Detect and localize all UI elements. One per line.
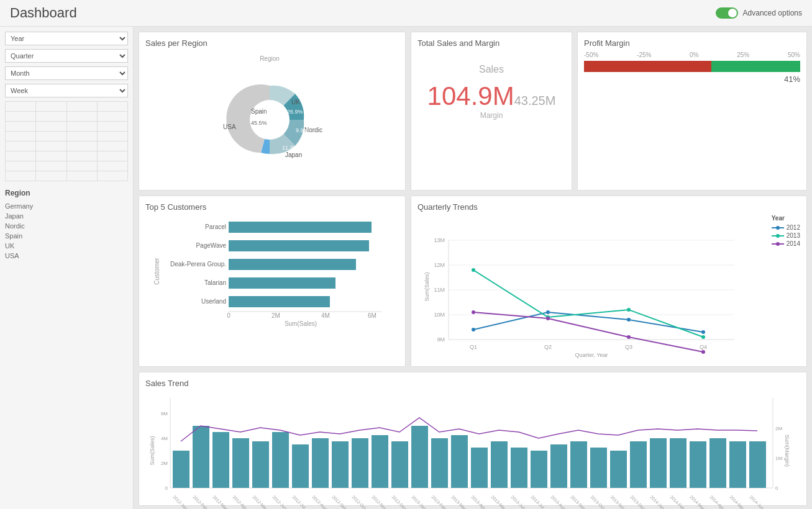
svg-rect-92 (471, 448, 488, 488)
region-item[interactable]: Germany (5, 201, 128, 211)
svg-rect-20 (229, 277, 335, 289)
svg-rect-16 (229, 240, 369, 251)
svg-text:9M: 9M (437, 336, 445, 343)
svg-rect-90 (431, 438, 448, 488)
total-sales-title: Total Sales and Margin (417, 38, 565, 48)
svg-text:Paracel: Paracel (205, 223, 226, 230)
svg-point-32 (776, 234, 780, 238)
profit-margin-card: Profit Margin -50% -25% 0% 25% 50% 41% (577, 32, 807, 191)
svg-text:2013-Sep: 2013-Sep (570, 495, 586, 509)
top5-customers-card: Top 5 Customers Customer Paracel PageWav… (139, 196, 406, 367)
region-item[interactable]: USA (5, 251, 128, 261)
top5-chart: Customer Paracel PageWave Deak-Perera Gr… (145, 215, 399, 329)
svg-text:26.9%: 26.9% (287, 109, 303, 115)
svg-text:2013-Jan: 2013-Jan (411, 495, 427, 509)
legend-2013: 2013 (772, 232, 800, 239)
svg-text:2012-Sep: 2012-Sep (331, 495, 348, 509)
margin-bar (584, 61, 800, 72)
trend-legend: Year 2012 2013 2014 (772, 215, 800, 248)
sales-trend-card: Sales Trend Sum(Sales) Sum(Margin) 0 2M … (139, 372, 807, 506)
svg-rect-80 (232, 438, 249, 488)
svg-point-54 (546, 310, 550, 314)
svg-rect-100 (630, 441, 647, 488)
svg-text:11M: 11M (434, 287, 445, 293)
svg-rect-88 (391, 441, 408, 488)
filter-group-quarter: Quarter (5, 49, 128, 63)
svg-text:2012-Aug: 2012-Aug (311, 495, 328, 509)
svg-text:2013-Oct: 2013-Oct (590, 495, 605, 509)
svg-rect-78 (193, 426, 209, 488)
svg-text:Q4: Q4 (700, 344, 707, 350)
svg-text:USA: USA (223, 124, 236, 130)
svg-point-59 (627, 308, 631, 312)
region-item[interactable]: Spain (5, 231, 128, 241)
svg-rect-77 (173, 451, 189, 488)
svg-text:2012-Oct: 2012-Oct (351, 495, 367, 509)
svg-text:2013-Dec: 2013-Dec (629, 495, 646, 509)
page-title: Dashboard (10, 5, 77, 21)
svg-point-64 (701, 350, 705, 354)
svg-text:9.9%: 9.9% (296, 127, 309, 133)
svg-point-62 (546, 317, 550, 320)
svg-point-60 (701, 335, 705, 339)
svg-text:2M: 2M (161, 461, 168, 466)
svg-rect-101 (650, 438, 667, 488)
svg-text:Quarter, Year: Quarter, Year (575, 352, 608, 358)
content-area: Sales per Region Region (134, 27, 812, 509)
advanced-options-toggle[interactable]: Advanced options (716, 7, 802, 19)
region-item[interactable]: Nordic (5, 221, 128, 231)
margin-bar-positive (711, 61, 800, 72)
week-select[interactable]: Week (5, 84, 128, 97)
month-select[interactable]: Month (5, 66, 128, 80)
sidebar: Year Quarter Month Week (0, 27, 134, 509)
margin-label: Margin (417, 111, 565, 120)
quarterly-trends-card: Quarterly Trends Year 2012 2013 2014 (411, 196, 807, 367)
app-header: Dashboard Advanced options (0, 0, 812, 27)
region-item[interactable]: Japan (5, 211, 128, 221)
svg-text:2013-Nov: 2013-Nov (609, 495, 626, 509)
toggle-switch[interactable] (716, 7, 738, 19)
svg-point-34 (776, 242, 780, 246)
svg-text:Userland: Userland (201, 298, 226, 305)
svg-text:6M: 6M (368, 312, 376, 319)
svg-rect-81 (252, 441, 269, 488)
svg-text:2012-Feb: 2012-Feb (192, 495, 208, 509)
svg-text:Japan: Japan (285, 151, 302, 158)
svg-text:2013-Mar: 2013-Mar (450, 495, 467, 509)
sales-trend-chart: Sum(Sales) Sum(Margin) 0 2M 4M 6M 0 1M 2… (145, 392, 791, 509)
profit-margin-title: Profit Margin (584, 38, 800, 48)
svg-text:2012-Mar: 2012-Mar (212, 495, 229, 509)
top5-bar-chart: Customer Paracel PageWave Deak-Perera Gr… (152, 215, 394, 327)
quarter-select[interactable]: Quarter (5, 49, 128, 63)
region-item[interactable]: UK (5, 241, 128, 251)
filter-group-week: Week (5, 84, 128, 97)
svg-text:2012-Jul: 2012-Jul (291, 495, 306, 509)
total-sales-card: Total Sales and Margin Sales 104.9M43.25… (411, 32, 572, 191)
svg-rect-22 (229, 296, 330, 307)
svg-text:2013-Apr: 2013-Apr (470, 495, 486, 509)
svg-text:Talarian: Talarian (204, 279, 226, 286)
svg-point-56 (701, 330, 705, 334)
svg-rect-82 (272, 432, 289, 488)
svg-text:Sum(Sales): Sum(Sales) (149, 436, 155, 465)
svg-rect-85 (332, 441, 349, 488)
svg-text:2013-Feb: 2013-Feb (431, 495, 447, 509)
svg-text:4M: 4M (161, 436, 168, 441)
svg-text:2013-Aug: 2013-Aug (550, 495, 567, 509)
svg-text:2014-May: 2014-May (729, 495, 746, 509)
legend-title: Year (772, 215, 800, 222)
svg-point-61 (472, 310, 475, 314)
filter-group-year: Year (5, 32, 128, 45)
svg-text:1M: 1M (775, 456, 782, 461)
svg-text:2013-May: 2013-May (490, 495, 508, 509)
legend-2012: 2012 (772, 224, 800, 231)
svg-text:4M: 4M (321, 312, 330, 319)
svg-text:12M: 12M (434, 262, 445, 268)
middle-row: Top 5 Customers Customer Paracel PageWav… (139, 196, 807, 367)
svg-text:13M: 13M (434, 237, 445, 243)
year-select[interactable]: Year (5, 32, 128, 45)
sales-label: Sales (417, 64, 565, 75)
svg-text:2012-Dec: 2012-Dec (391, 495, 408, 509)
svg-rect-86 (352, 438, 368, 488)
margin-percentage: 41% (584, 74, 800, 84)
